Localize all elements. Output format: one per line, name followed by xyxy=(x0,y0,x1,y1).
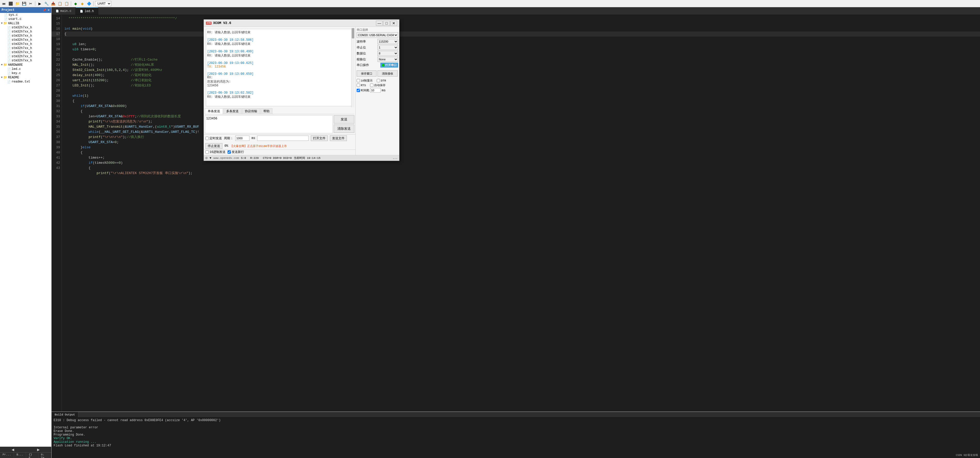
toolbar-btn-5[interactable]: ✂ xyxy=(28,1,33,6)
xcom-open-port-btn[interactable]: 打开串口 xyxy=(380,63,398,67)
file-icon: 📄 xyxy=(7,34,11,38)
tab-main-c[interactable]: 📄 main.c xyxy=(51,7,76,15)
xcom-hex-send-checkbox[interactable]: 16进制发送 xyxy=(205,150,226,154)
sidebar-item-stm32h7-5[interactable]: 📄 stm32h7xx_h xyxy=(0,42,51,46)
sidebar-item-led-c[interactable]: 📄 led.c xyxy=(0,67,51,71)
toolbar-paste-btn[interactable]: 📋 xyxy=(64,1,69,6)
xcom-send-btn[interactable]: 发送 xyxy=(334,115,354,123)
xcom-hex-send-input[interactable] xyxy=(205,150,209,154)
tab-icon: 📄 xyxy=(56,10,59,13)
sidebar-folder-readme[interactable]: ▼ 📁 README xyxy=(0,75,51,80)
toolbar-btn-1[interactable]: ⏮ xyxy=(1,1,7,6)
sidebar-item-stm32h7-3[interactable]: 📄 stm32h7xx_h xyxy=(0,34,51,38)
toolbar-btn-2[interactable]: ⬛ xyxy=(8,1,13,6)
xcom-maximize-btn[interactable]: □ xyxy=(383,21,390,26)
sidebar-folder-hallib[interactable]: ▼ 📁 HALLIB xyxy=(0,21,51,26)
bl-tab-te[interactable]: 0↓ Te... xyxy=(38,453,52,458)
toolbar-build-btn[interactable]: ▶ xyxy=(37,1,43,6)
sidebar-item-stm32h7-9[interactable]: 📄 stm32h7xx_h xyxy=(0,59,51,63)
sidebar-close-btn[interactable]: ✕ xyxy=(48,8,50,12)
xcom-autosave-checkbox[interactable]: 自动保存 xyxy=(370,83,385,87)
xcom-clear-send-btn[interactable]: 清除发送 xyxy=(334,124,354,133)
sidebar-item-stm32h7-2[interactable]: 📄 stm32h7xx_h xyxy=(0,30,51,34)
toolbar-debug-btn[interactable]: 🔧 xyxy=(43,1,49,6)
xcom-send-input[interactable]: 123456 xyxy=(205,115,332,133)
code-editor[interactable]: 14151617 181920212223 242526272829 30313… xyxy=(51,15,980,412)
xcom-timed-send-input[interactable] xyxy=(205,137,209,140)
rx-scrollbar[interactable] xyxy=(351,28,354,107)
xcom-minimize-btn[interactable]: — xyxy=(376,21,383,26)
sidebar-scroll-left[interactable]: ◀ xyxy=(0,448,26,452)
sidebar-item-stm32h7-7[interactable]: 📄 stm32h7xx_h xyxy=(0,50,51,54)
tab-led-h[interactable]: 📄 led.h xyxy=(76,7,98,15)
sidebar-item-stm32h7-6[interactable]: 📄 stm32h7xx_h xyxy=(0,46,51,50)
xcom-rts-input[interactable] xyxy=(356,83,360,87)
xcom-parity-select[interactable]: None xyxy=(377,57,398,62)
xcom-newline-input[interactable] xyxy=(228,150,231,154)
sidebar-item-stm32h7-4[interactable]: 📄 stm32h7xx_h xyxy=(0,38,51,42)
sidebar-pin-btn[interactable]: 📌 xyxy=(43,8,46,12)
sidebar-scroll-right[interactable]: ▶ xyxy=(26,448,51,452)
file-icon: 📄 xyxy=(7,80,11,83)
sidebar-item-key-c[interactable]: 📄 key.c xyxy=(0,71,51,75)
bl-tab-b[interactable]: B... xyxy=(14,453,26,458)
folder-icon: 📁 xyxy=(3,75,7,80)
xcom-clear-recv-btn[interactable]: 清除接收 xyxy=(377,70,397,77)
toolbar-blue-btn[interactable]: 🔷 xyxy=(86,1,92,6)
xcom-dtr-input[interactable] xyxy=(377,79,380,82)
xcom-rx-area[interactable]: RX: 请输入数据,以回车键结束 [2023-06-30 19:12:58.50… xyxy=(206,29,353,106)
xcom-newline-checkbox[interactable]: 发送新行 xyxy=(228,150,244,154)
xcom-baud-select[interactable]: 115200 xyxy=(377,39,398,44)
xcom-stop-select[interactable]: 1 xyxy=(377,45,398,50)
code-text[interactable]: ****************************************… xyxy=(62,15,980,412)
xcom-close-btn[interactable]: ✕ xyxy=(390,21,397,26)
rx-line-9: RX: xyxy=(207,76,352,80)
toolbar-btn-3[interactable]: 📁 xyxy=(14,1,20,6)
xcom-ad-link[interactable]: 【火爆全网】正点原子DS100手持示波器上市 xyxy=(230,144,287,148)
file-icon: 📄 xyxy=(7,67,11,71)
xcom-send-file-btn[interactable]: 发送文件 xyxy=(330,136,347,141)
xcom-hex-display-input[interactable] xyxy=(356,79,360,82)
xcom-gear-icon[interactable]: ⚙ xyxy=(205,156,207,160)
xcom-period-input[interactable] xyxy=(235,136,250,141)
xcom-timestamp-value[interactable] xyxy=(370,88,380,93)
sidebar-item-readme-txt[interactable]: 📄 readme.txt xyxy=(0,80,51,84)
toolbar-btn-4[interactable]: 💾 xyxy=(21,1,27,6)
xcom-save-window-btn[interactable]: 保存窗口 xyxy=(356,70,377,77)
toolbar-flash-btn[interactable]: 📥 xyxy=(50,1,56,6)
xcom-tab-protocol[interactable]: 协议传输 xyxy=(242,108,260,114)
file-icon: 📄 xyxy=(7,72,11,75)
xcom-body: RX: 请输入数据,以回车键结束 [2023-06-30 19:12:58.50… xyxy=(204,27,399,155)
xcom-data-select[interactable]: 8 xyxy=(377,51,398,56)
xcom-timestamp-checkbox[interactable]: 时间戳 xyxy=(356,88,369,92)
xcom-send-content-input[interactable] xyxy=(257,136,309,141)
sidebar-folder-hardware[interactable]: ▼ 📁 HARDWARE xyxy=(0,63,51,67)
toolbar-uart-select[interactable]: UART xyxy=(95,1,111,6)
xcom-tab-multi[interactable]: 多条发送 xyxy=(223,108,242,114)
toolbar-copy-btn[interactable]: 📋 xyxy=(57,1,63,6)
sidebar-item-stm32h7-1[interactable]: 📄 stm32h7xx_h xyxy=(0,26,51,30)
bl-tab-f[interactable]: {} F... xyxy=(26,453,38,458)
xcom-tab-help[interactable]: 帮助 xyxy=(261,108,272,114)
sidebar-item-sys-c[interactable]: 📄 sys.c xyxy=(0,13,51,17)
tab-label: main.c xyxy=(60,9,72,13)
xcom-timed-send-checkbox[interactable]: 定时发送 xyxy=(205,136,222,140)
xcom-stop-send-btn[interactable]: 停止发送 xyxy=(205,143,223,149)
xcom-rts-checkbox[interactable]: RTS xyxy=(356,83,366,87)
xcom-port-select[interactable]: COM20: USB-SERIAL CH34 xyxy=(356,32,398,38)
expand-icon: ▼ xyxy=(1,76,3,79)
xcom-timestamp-input[interactable] xyxy=(356,89,360,92)
xcom-tab-single[interactable]: 单条发送 xyxy=(205,108,223,114)
xcom-hex-display-checkbox[interactable]: 16制显示 xyxy=(356,79,372,83)
build-output-tab[interactable]: Build Output xyxy=(51,412,78,417)
sidebar-item-usart-c[interactable]: 📄 usart.c xyxy=(0,17,51,21)
xcom-dtr-checkbox[interactable]: DTR xyxy=(377,79,386,83)
sidebar-item-stm32h7-8[interactable]: 📄 stm32h7xx_h xyxy=(0,54,51,59)
xcom-open-file-btn[interactable]: 打开文件 xyxy=(311,136,328,141)
bl-tab-pr[interactable]: Pr... xyxy=(0,453,14,458)
xcom-autosave-input[interactable] xyxy=(370,83,373,87)
toolbar-yellow-btn[interactable]: ◆ xyxy=(80,1,85,6)
toolbar-green-btn[interactable]: ◆ xyxy=(73,1,78,6)
sidebar-item-label: sys.c xyxy=(8,13,18,17)
sidebar-item-label: stm32h7xx_h xyxy=(11,46,32,50)
